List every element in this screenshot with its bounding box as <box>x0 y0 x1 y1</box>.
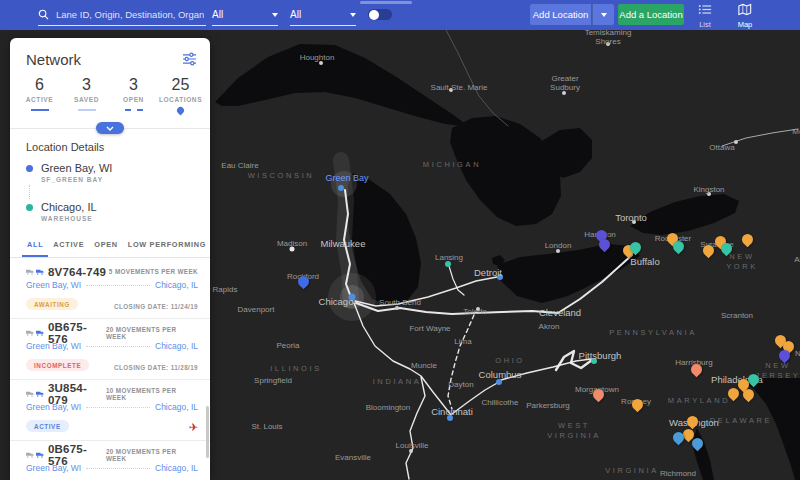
tab-open[interactable]: OPEN <box>89 232 122 257</box>
stat-label: OPEN <box>110 96 157 103</box>
lane-meta: ✈ <box>189 417 198 435</box>
map-city-label: Toledo <box>463 307 487 316</box>
lane-mode-icons <box>26 330 44 336</box>
tab-all[interactable]: ALL <box>22 232 48 257</box>
map-city-label: Columbus <box>479 370 522 379</box>
add-location-dropdown-button[interactable] <box>592 4 614 25</box>
location-details-heading: Location Details <box>26 141 194 153</box>
map-city-label: Dayton <box>448 380 473 389</box>
lane-movements: 20 MOVEMENTS PER WEEK <box>106 326 198 340</box>
lane-card[interactable]: 0B675-576 20 MOVEMENTS PER WEEK Green Ba… <box>10 441 210 480</box>
map-city-label: Greater Sudbury <box>550 74 580 92</box>
map-state-label: NEW YORK <box>713 252 771 272</box>
lane-destination-link[interactable]: Chicago, IL <box>155 463 198 473</box>
search-field[interactable] <box>38 4 206 26</box>
map-city-label: London <box>545 241 572 250</box>
stat-label: ACTIVE <box>16 96 63 103</box>
panel-scrollbar[interactable] <box>206 406 209 458</box>
lane-card[interactable]: 8V764-749 5 MOVEMENTS PER WEEK Green Bay… <box>10 258 210 319</box>
closing-date: CLOSING DATE: 11/28/19 <box>114 364 198 371</box>
map-city-label: Mon <box>792 127 800 136</box>
list-view-button[interactable]: List <box>688 2 722 29</box>
map-city-label: Chicago <box>319 297 354 306</box>
map-city-label: Milwaukee <box>321 239 366 248</box>
filter-dropdown-1[interactable]: All <box>212 4 278 26</box>
map-city-label: Green Bay <box>325 174 368 183</box>
map-pin[interactable] <box>739 232 755 248</box>
map-city-label: Muncie <box>411 361 437 370</box>
map-state-label: OHIO <box>495 356 525 366</box>
toggle-label <box>360 1 412 4</box>
map-city-label: South Bend <box>379 298 421 307</box>
stat-indicator-dashed <box>110 106 157 114</box>
filter-dropdown-2-value: All <box>290 9 301 20</box>
map-state-label: INDIANA <box>373 377 422 387</box>
map-city-label: Temiskaming Shores <box>585 28 632 46</box>
tab-active[interactable]: ACTIVE <box>48 232 89 257</box>
search-input[interactable] <box>54 8 206 21</box>
collapse-panel-button[interactable] <box>96 122 124 134</box>
stat-open: 3OPEN <box>110 76 157 114</box>
lane-destination-link[interactable]: Chicago, IL <box>155 280 198 290</box>
map-city-label: Kingston <box>693 185 724 194</box>
lane-origin-link[interactable]: Green Bay, WI <box>26 280 81 290</box>
map-state-label: WISCONSIN <box>248 171 315 181</box>
map-city-label: Richmond <box>660 469 696 478</box>
stat-label: LOCATIONS <box>157 96 204 103</box>
map-state-label: DELAWARE <box>710 416 772 426</box>
lane-status-badge: AWAITING <box>26 298 78 310</box>
lane-destination-link[interactable]: Chicago, IL <box>155 341 198 351</box>
map-state-label: PENNSYLVANIA <box>609 328 697 338</box>
map-city-label: Chillicothe <box>482 398 519 407</box>
lane-origin-link[interactable]: Green Bay, WI <box>26 402 81 412</box>
map-city-label: Davenport <box>238 305 275 314</box>
map-label: Map <box>728 20 762 29</box>
lane-destination-link[interactable]: Chicago, IL <box>155 402 198 412</box>
filter-dropdown-2[interactable]: All <box>290 4 356 26</box>
map-state-label: VIRGINIA <box>605 466 659 476</box>
search-icon <box>38 9 49 20</box>
list-label: List <box>688 20 722 29</box>
map-state-label: ILLINOIS <box>270 364 322 374</box>
add-a-location-button[interactable]: Add a Location <box>618 4 684 25</box>
map-overlay-toggle[interactable] <box>368 9 392 20</box>
tab-low-performing[interactable]: LOW PERFORMING <box>123 232 210 257</box>
stat-label: SAVED <box>63 96 110 103</box>
lane-meta: CLOSING DATE: 11/28/19 <box>114 356 198 374</box>
map-city-label: Houghton <box>300 53 335 62</box>
stat-value: 3 <box>110 76 157 94</box>
lane-route-leader <box>86 407 150 408</box>
lane-card[interactable]: 3U854-079 10 MOVEMENTS PER WEEK Green Ba… <box>10 380 210 441</box>
stop-code: SF_GREEN BAY <box>41 176 112 183</box>
lane-origin-link[interactable]: Green Bay, WI <box>26 463 81 473</box>
map-icon <box>738 3 752 16</box>
lane-movements: 5 MOVEMENTS PER WEEK <box>109 268 198 275</box>
lane-movements: 10 MOVEMENTS PER WEEK <box>106 387 198 401</box>
stat-locations: 25LOCATIONS <box>157 76 204 114</box>
panel-title: Network <box>26 51 196 68</box>
lane-tabs: ALLACTIVEOPENLOW PERFORMING <box>10 232 210 258</box>
chevron-down-icon <box>272 13 278 17</box>
stat-value: 3 <box>63 76 110 94</box>
map-city-label: Peoria <box>276 341 299 350</box>
location-stop[interactable]: Green Bay, WISF_GREEN BAY <box>26 162 194 183</box>
map-city-label: Alb <box>794 255 800 264</box>
stop-name: Green Bay, WI <box>41 162 112 174</box>
location-stop[interactable]: Chicago, ILWAREHOUSE <box>26 201 194 222</box>
top-bar: All All Add Location Add a Location List… <box>0 0 800 30</box>
map-city-label: Akron <box>539 322 560 331</box>
map-city-label: Bloomington <box>366 403 410 412</box>
lane-id: 8V764-749 <box>48 266 106 278</box>
map-city-label: Madison <box>277 239 307 248</box>
map-city-label: Pittsburgh <box>579 351 622 360</box>
add-location-label: Add Location <box>533 9 588 20</box>
map-view-button[interactable]: Map <box>728 2 762 29</box>
lane-mode-icons <box>26 391 44 397</box>
add-location-button[interactable]: Add Location <box>530 4 591 25</box>
lane-card[interactable]: 0B675-576 20 MOVEMENTS PER WEEK Green Ba… <box>10 319 210 380</box>
lane-mode-icons <box>26 452 44 458</box>
lane-origin-link[interactable]: Green Bay, WI <box>26 341 81 351</box>
stat-active: 6ACTIVE <box>16 76 63 114</box>
chevron-down-icon <box>601 13 607 17</box>
map-city-label: Parkersburg <box>526 401 570 410</box>
